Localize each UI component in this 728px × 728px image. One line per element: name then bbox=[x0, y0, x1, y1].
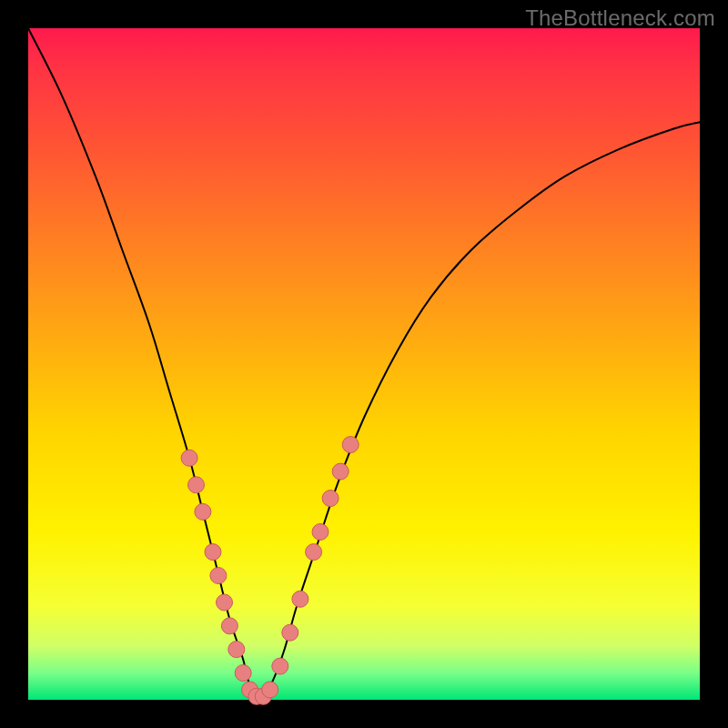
marker-dot bbox=[272, 658, 288, 674]
marker-dot bbox=[217, 594, 233, 611]
marker-dot bbox=[312, 524, 329, 541]
marker-dot bbox=[205, 544, 221, 561]
marker-dot bbox=[322, 490, 339, 507]
watermark-label: TheBottleneck.com bbox=[525, 5, 715, 31]
marker-dot bbox=[342, 437, 359, 453]
marker-dot bbox=[282, 624, 298, 641]
marker-dot bbox=[221, 618, 238, 634]
marker-dot bbox=[228, 642, 245, 658]
marker-dot bbox=[210, 568, 227, 584]
chart-svg bbox=[28, 28, 700, 700]
marker-dot bbox=[292, 591, 308, 607]
marker-dot bbox=[306, 544, 322, 561]
marker-dot bbox=[332, 463, 349, 480]
marker-dot bbox=[262, 682, 278, 698]
marker-dot bbox=[235, 665, 251, 682]
marker-group bbox=[181, 437, 359, 705]
marker-dot bbox=[195, 503, 211, 520]
marker-dot bbox=[188, 477, 205, 493]
marker-dot bbox=[181, 450, 197, 466]
bottleneck-curve bbox=[28, 28, 700, 700]
